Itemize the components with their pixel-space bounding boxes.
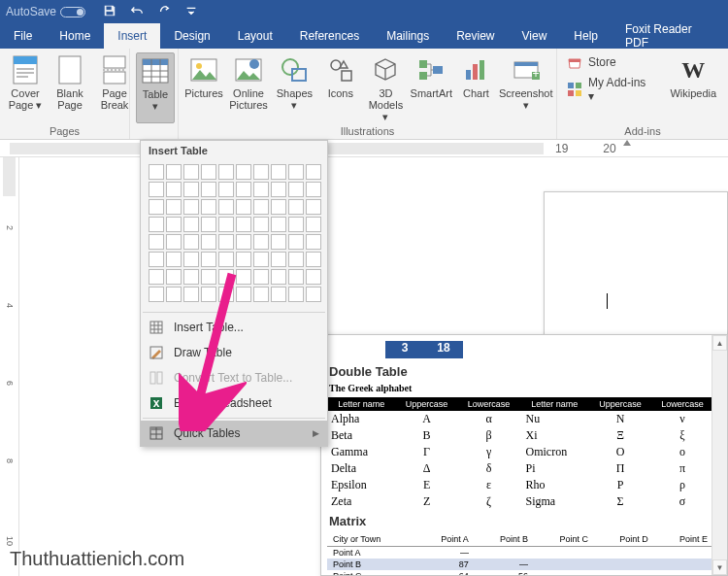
quick-tables-item[interactable]: Quick Tables▶ (141, 421, 327, 446)
autosave-toggle[interactable]: AutoSave (6, 5, 85, 18)
tab-file[interactable]: File (0, 23, 46, 49)
svg-rect-0 (107, 6, 112, 10)
convert-icon (149, 370, 164, 386)
3d-models-button[interactable]: 3D Models ▾ (366, 52, 406, 123)
table-dropdown: Insert Table Insert Table... Draw Table … (140, 140, 328, 447)
horizontal-ruler: 1920 (0, 140, 728, 157)
calendar-cell[interactable]: 318 (385, 341, 463, 358)
convert-text-item: Convert Text to Table... (141, 365, 327, 390)
svg-rect-36 (576, 83, 581, 88)
excel-icon: x (149, 395, 164, 411)
svg-rect-30 (480, 60, 484, 80)
svg-rect-28 (466, 70, 471, 80)
svg-rect-39 (150, 322, 162, 333)
group-addins-label: Add-ins (567, 123, 718, 137)
tab-references[interactable]: References (286, 23, 373, 49)
pictures-button[interactable]: Pictures (184, 52, 223, 123)
tab-help[interactable]: Help (560, 23, 612, 49)
svg-rect-9 (104, 72, 125, 84)
table-size-grid[interactable] (141, 160, 327, 310)
svg-rect-1 (107, 11, 114, 15)
quick-tables-icon (149, 425, 164, 441)
svg-rect-8 (104, 56, 125, 68)
smartart-button[interactable]: SmartArt (412, 52, 450, 123)
svg-rect-38 (576, 90, 581, 96)
excel-spreadsheet-item[interactable]: xExcel Spreadsheet (141, 390, 327, 416)
chevron-right-icon: ▶ (313, 428, 319, 438)
svg-point-20 (249, 59, 259, 69)
tab-view[interactable]: View (509, 23, 561, 49)
svg-rect-35 (568, 83, 574, 88)
svg-rect-46 (157, 372, 162, 384)
undo-icon[interactable] (130, 4, 144, 20)
svg-rect-12 (143, 59, 168, 65)
svg-rect-3 (14, 56, 37, 64)
tab-home[interactable]: Home (46, 23, 104, 49)
svg-rect-26 (419, 72, 427, 80)
matrix-heading[interactable]: Matrix (329, 514, 719, 528)
page-break-button[interactable]: Page Break (95, 52, 134, 123)
svg-text:+: + (532, 67, 539, 81)
toggle-off-icon (60, 7, 85, 17)
tab-layout[interactable]: Layout (224, 23, 286, 49)
greek-alphabet-table[interactable]: Letter nameUppercaseLowercaseLetter name… (327, 397, 713, 510)
vertical-ruler: 2 4 6 8 10 (0, 157, 19, 576)
svg-rect-29 (473, 64, 478, 80)
cover-page-button[interactable]: Cover Page ▾ (6, 52, 45, 123)
tab-mailings[interactable]: Mailings (373, 23, 443, 49)
greek-subtitle: The Greek alphabet (329, 383, 719, 393)
blank-page-button[interactable]: Blank Page (50, 52, 89, 123)
tab-foxit[interactable]: Foxit Reader PDF (612, 23, 728, 49)
gallery-scrollbar[interactable]: ▲▼ (711, 335, 727, 575)
tab-design[interactable]: Design (160, 23, 223, 49)
svg-rect-24 (342, 71, 351, 81)
wikipedia-button[interactable]: WWikipedia (668, 52, 718, 99)
svg-rect-27 (433, 66, 443, 74)
icons-button[interactable]: Icons (321, 52, 360, 123)
indent-marker-icon[interactable] (623, 140, 631, 146)
svg-rect-6 (17, 76, 28, 78)
save-icon[interactable] (103, 4, 116, 20)
group-illus-label: Illustrations (184, 123, 550, 137)
online-pictures-button[interactable]: Online Pictures (229, 52, 268, 123)
text-cursor (607, 293, 608, 309)
chart-button[interactable]: Chart (456, 52, 495, 123)
scroll-up-icon[interactable]: ▲ (712, 335, 727, 351)
table-icon (149, 320, 164, 335)
draw-table-item[interactable]: Draw Table (141, 340, 327, 365)
matrix-table[interactable]: City or TownPoint APoint BPoint CPoint D… (327, 532, 713, 576)
shapes-button[interactable]: Shapes ▾ (274, 52, 315, 123)
qat-customize-icon[interactable] (184, 4, 198, 20)
svg-point-21 (282, 59, 298, 75)
svg-rect-7 (59, 56, 81, 84)
my-addins-button[interactable]: My Add-ins ▾ (567, 80, 654, 99)
svg-point-18 (196, 63, 202, 69)
group-pages-label: Pages (6, 123, 123, 137)
double-table-heading[interactable]: Double Table (329, 364, 719, 379)
tab-insert[interactable]: Insert (104, 23, 160, 49)
screenshot-button[interactable]: +Screenshot ▾ (501, 52, 550, 123)
svg-rect-32 (514, 62, 538, 66)
table-button[interactable]: Table ▾ (136, 52, 175, 123)
tab-review[interactable]: Review (443, 23, 508, 49)
autosave-label: AutoSave (6, 5, 56, 18)
svg-rect-45 (150, 372, 155, 384)
watermark-text: Thuthuattienich.com (10, 548, 184, 570)
svg-rect-37 (568, 90, 574, 96)
svg-rect-5 (17, 72, 34, 74)
svg-rect-25 (419, 60, 427, 68)
redo-icon[interactable] (157, 4, 171, 20)
scroll-down-icon[interactable]: ▼ (712, 559, 727, 575)
insert-table-title: Insert Table (141, 141, 327, 160)
store-button[interactable]: Store (567, 52, 654, 72)
insert-table-item[interactable]: Insert Table... (141, 315, 327, 340)
svg-rect-4 (17, 68, 34, 70)
quick-tables-gallery: 318 Double Table The Greek alphabet Lett… (320, 334, 728, 576)
svg-text:x: x (153, 396, 160, 410)
pencil-icon (149, 345, 164, 360)
